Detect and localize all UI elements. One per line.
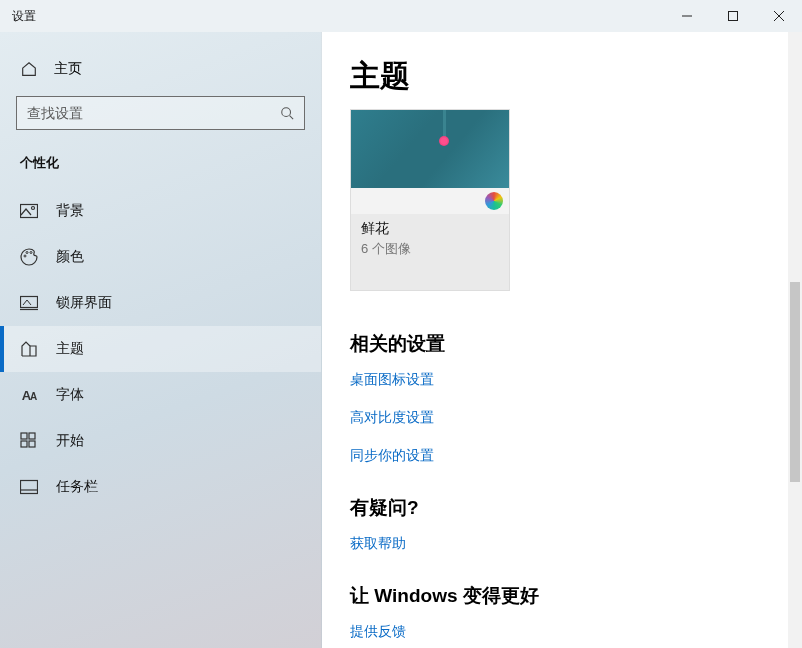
- sidebar-item-color[interactable]: 颜色: [0, 234, 321, 280]
- scrollbar-thumb[interactable]: [790, 282, 800, 482]
- content: 主题 鲜花 6 个图像 相关的设置 桌面图标设置 高对比度设置 同步你的设置 有…: [322, 32, 802, 648]
- themes-icon: [20, 340, 38, 358]
- close-button[interactable]: [756, 0, 802, 32]
- link-desktop-icon-settings[interactable]: 桌面图标设置: [350, 371, 774, 389]
- home-icon: [20, 60, 38, 78]
- picture-icon: [20, 202, 38, 220]
- svg-point-9: [26, 252, 28, 254]
- svg-point-7: [32, 207, 35, 210]
- svg-line-5: [290, 116, 294, 120]
- theme-thumbnail: [351, 110, 509, 188]
- body: 主页 个性化 背景 颜色: [0, 32, 802, 648]
- titlebar: 设置: [0, 0, 802, 32]
- color-wheel-icon: [485, 192, 503, 210]
- search-input[interactable]: [17, 105, 270, 121]
- section-label: 个性化: [0, 154, 321, 188]
- nav-label: 任务栏: [56, 478, 98, 496]
- window-title: 设置: [0, 8, 36, 25]
- svg-rect-6: [21, 205, 38, 218]
- link-feedback[interactable]: 提供反馈: [350, 623, 774, 641]
- palette-icon: [20, 248, 38, 266]
- related-heading: 相关的设置: [350, 331, 774, 357]
- home-label: 主页: [54, 60, 82, 78]
- link-high-contrast-settings[interactable]: 高对比度设置: [350, 409, 774, 427]
- sidebar-item-lockscreen[interactable]: 锁屏界面: [0, 280, 321, 326]
- theme-badge-row: [351, 188, 509, 214]
- nav-label: 主题: [56, 340, 84, 358]
- improve-group: 让 Windows 变得更好 提供反馈: [350, 583, 774, 641]
- maximize-button[interactable]: [710, 0, 756, 32]
- help-group: 有疑问? 获取帮助: [350, 495, 774, 553]
- start-icon: [20, 432, 38, 450]
- svg-rect-16: [29, 441, 35, 447]
- sidebar-item-background[interactable]: 背景: [0, 188, 321, 234]
- svg-point-4: [282, 108, 291, 117]
- svg-rect-15: [21, 441, 27, 447]
- nav: 背景 颜色 锁屏界面 主题 AA: [0, 188, 321, 510]
- sidebar-item-taskbar[interactable]: 任务栏: [0, 464, 321, 510]
- search-box[interactable]: [16, 96, 305, 130]
- svg-rect-14: [29, 433, 35, 439]
- svg-point-8: [24, 255, 26, 257]
- svg-point-10: [30, 252, 32, 254]
- theme-image-count: 6 个图像: [361, 240, 499, 258]
- sidebar: 主页 个性化 背景 颜色: [0, 32, 322, 648]
- theme-name: 鲜花: [361, 220, 499, 238]
- svg-rect-17: [21, 481, 38, 494]
- nav-label: 开始: [56, 432, 84, 450]
- home-link[interactable]: 主页: [0, 52, 321, 96]
- taskbar-icon: [20, 478, 38, 496]
- vertical-scrollbar[interactable]: [788, 32, 802, 648]
- lockscreen-icon: [20, 294, 38, 312]
- nav-label: 颜色: [56, 248, 84, 266]
- nav-label: 字体: [56, 386, 84, 404]
- fonts-icon: AA: [20, 386, 38, 404]
- nav-label: 锁屏界面: [56, 294, 112, 312]
- svg-rect-13: [21, 433, 27, 439]
- theme-meta: 鲜花 6 个图像: [351, 214, 509, 290]
- link-get-help[interactable]: 获取帮助: [350, 535, 774, 553]
- search-icon: [270, 106, 304, 120]
- sidebar-item-fonts[interactable]: AA 字体: [0, 372, 321, 418]
- sidebar-item-themes[interactable]: 主题: [0, 326, 321, 372]
- nav-label: 背景: [56, 202, 84, 220]
- theme-card[interactable]: 鲜花 6 个图像: [350, 109, 510, 291]
- minimize-button[interactable]: [664, 0, 710, 32]
- search-wrap: [16, 96, 305, 130]
- sidebar-item-start[interactable]: 开始: [0, 418, 321, 464]
- window-controls: [664, 0, 802, 32]
- improve-heading: 让 Windows 变得更好: [350, 583, 774, 609]
- help-heading: 有疑问?: [350, 495, 774, 521]
- page-heading: 主题: [350, 56, 774, 97]
- link-sync-settings[interactable]: 同步你的设置: [350, 447, 774, 465]
- related-settings-group: 相关的设置 桌面图标设置 高对比度设置 同步你的设置: [350, 331, 774, 465]
- svg-rect-1: [729, 12, 738, 21]
